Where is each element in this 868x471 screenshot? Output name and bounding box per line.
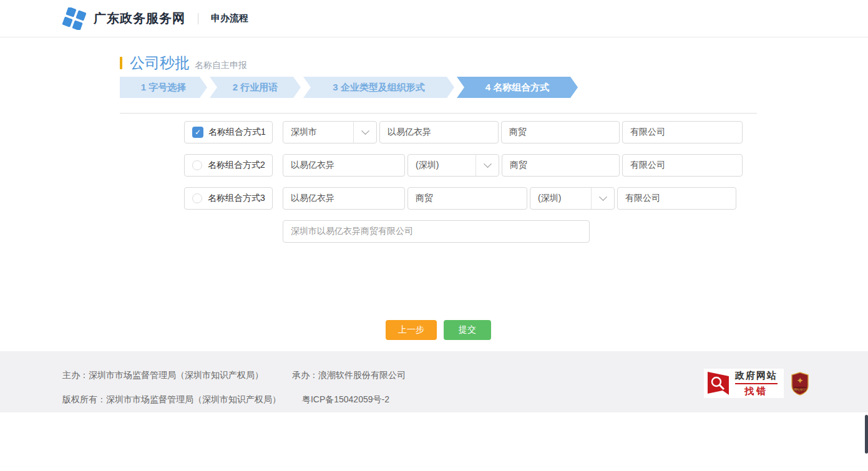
step-3[interactable]: 3 企业类型及组织形式 [303,77,454,98]
action-buttons: 上一步 提交 [120,320,757,340]
name-combination-form: ✓ 名称组合方式1 深圳市 以易亿衣异 商贸 有限公司 名称组合方式2 [120,121,757,243]
radio-unchecked-icon[interactable] [192,160,202,170]
full-name-value: 深圳市以易亿衣异商贸有限公司 [291,226,413,237]
gov-site-error-report-badge[interactable]: 政府网站 找错 [704,369,784,398]
field-value: 以易亿衣异 [291,160,334,171]
vertical-scrollbar-thumb[interactable] [865,415,868,454]
gov-shield-badge-icon[interactable]: ✦ 网站标识 [791,372,809,396]
svg-text:网站标识: 网站标识 [794,387,806,392]
previous-step-button[interactable]: 上一步 [386,320,437,340]
chevron-down-icon [484,160,492,168]
trade-name-field[interactable]: 以易亿衣异 [283,154,405,177]
footer-badges: 政府网站 找错 ✦ 网站标识 [704,369,809,398]
result-row: 深圳市以易亿衣异商贸有限公司 [184,220,757,243]
option-combination-1[interactable]: ✓ 名称组合方式1 [184,121,273,143]
title-accent-bar [120,57,122,69]
badge-text: 政府网站 找错 [735,370,778,397]
main-content: 公司秒批 名称自主申报 1 字号选择 2 行业用语 3 企业类型及组织形式 4 … [120,53,757,340]
site-brand[interactable]: 广东政务服务网 [94,10,185,27]
select-arrow-area[interactable] [353,122,376,143]
region-select[interactable]: (深圳) [407,154,499,177]
chevron-down-icon [361,127,369,135]
combination-row-2: 名称组合方式2 以易亿衣异 (深圳) 商贸 有限公司 [184,154,757,177]
header: 广东政务服务网 申办流程 [0,0,868,37]
org-form-field[interactable]: 有限公司 [622,154,743,177]
industry-field[interactable]: 商贸 [407,187,527,210]
title-row: 公司秒批 名称自主申报 [120,53,757,73]
select-value: (深圳) [416,160,439,171]
magnifier-flag-icon [706,371,730,396]
field-value: 有限公司 [630,127,665,138]
radio-unchecked-icon[interactable] [192,193,202,203]
industry-field[interactable]: 商贸 [501,121,620,143]
footer-copyright: 版权所有：深圳市市场监督管理局（深圳市知识产权局） [62,394,281,404]
section-divider [120,113,757,114]
header-nav-process[interactable]: 申办流程 [211,12,248,24]
org-form-field[interactable]: 有限公司 [617,187,736,210]
select-value: 深圳市 [291,127,317,138]
footer-icp[interactable]: 粤ICP备15042059号-2 [302,394,389,404]
region-select[interactable]: 深圳市 [283,121,377,143]
full-name-preview-field[interactable]: 深圳市以易亿衣异商贸有限公司 [283,220,590,243]
select-value: (深圳) [538,193,561,204]
industry-field[interactable]: 商贸 [502,154,620,177]
svg-text:✦: ✦ [796,376,804,386]
chevron-down-icon [599,193,607,201]
checkbox-checked-icon[interactable]: ✓ [192,127,203,138]
combination-row-3: 名称组合方式3 以易亿衣异 商贸 (深圳) 有限公司 [184,187,757,210]
page-subtitle: 名称自主申报 [195,60,247,71]
page-title: 公司秒批 [130,53,190,73]
submit-button[interactable]: 提交 [444,320,491,340]
footer-host: 主办：深圳市市场监督管理局（深圳市知识产权局） [62,370,263,380]
field-value: 商贸 [509,127,527,138]
field-value: 以易亿衣异 [388,127,431,138]
option-label: 名称组合方式1 [208,127,266,138]
option-combination-2[interactable]: 名称组合方式2 [184,154,273,177]
org-form-field[interactable]: 有限公司 [622,121,743,143]
header-divider [198,13,198,24]
gdzwfw-logo-icon [62,7,86,30]
trade-name-field[interactable]: 以易亿衣异 [283,187,405,210]
badge-text-bottom: 找错 [735,386,778,397]
step-2[interactable]: 2 行业用语 [210,77,301,98]
field-value: 有限公司 [630,160,665,171]
badge-text-top: 政府网站 [735,370,778,384]
field-value: 有限公司 [625,193,660,204]
step-4-active[interactable]: 4 名称组合方式 [457,77,578,98]
field-value: 商贸 [510,160,527,171]
region-select[interactable]: (深圳) [530,187,615,210]
step-1[interactable]: 1 字号选择 [120,77,207,98]
footer-undertaker: 承办：浪潮软件股份有限公司 [292,370,406,380]
select-arrow-area[interactable] [475,155,499,176]
footer: 主办：深圳市市场监督管理局（深圳市知识产权局） 承办：浪潮软件股份有限公司 版权… [0,351,868,412]
trade-name-field[interactable]: 以易亿衣异 [379,121,499,143]
field-value: 商贸 [416,193,433,204]
option-combination-3[interactable]: 名称组合方式3 [184,187,273,210]
step-bar: 1 字号选择 2 行业用语 3 企业类型及组织形式 4 名称组合方式 [120,77,757,98]
combination-row-1: ✓ 名称组合方式1 深圳市 以易亿衣异 商贸 有限公司 [184,121,757,143]
field-value: 以易亿衣异 [291,193,334,204]
option-label: 名称组合方式2 [208,160,265,171]
select-arrow-area[interactable] [591,188,614,209]
option-label: 名称组合方式3 [208,193,265,204]
